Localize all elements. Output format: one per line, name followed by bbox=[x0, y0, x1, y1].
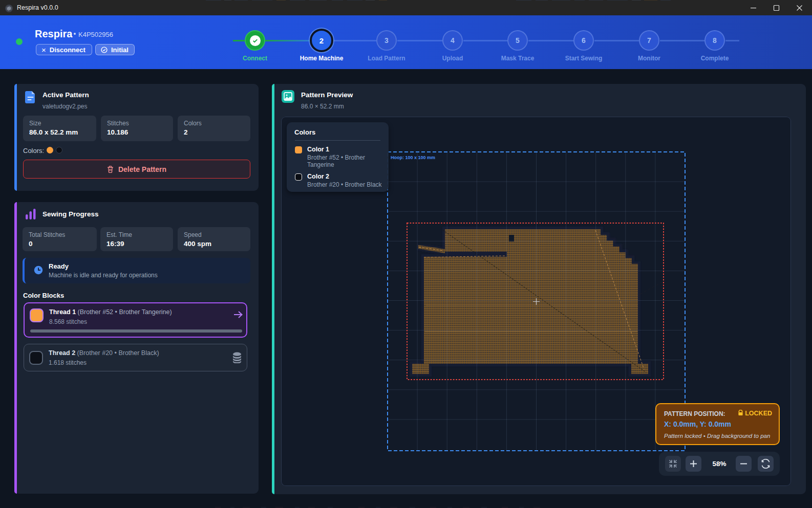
svg-text:Hoop: 100 x 100 mm: Hoop: 100 x 100 mm bbox=[391, 155, 435, 160]
